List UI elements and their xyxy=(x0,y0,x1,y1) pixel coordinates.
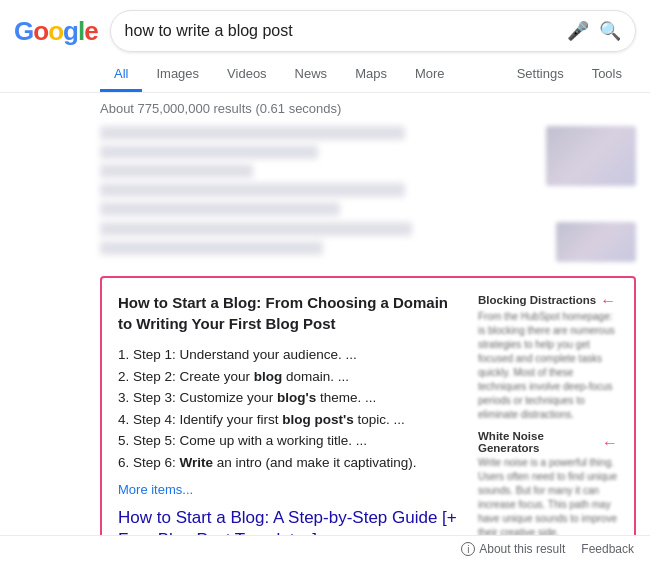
blurred-results-area xyxy=(0,120,650,268)
blur-row-1 xyxy=(100,126,636,216)
sidebar-text-1: From the HubSpot homepage: is blocking t… xyxy=(478,310,618,422)
microphone-icon[interactable]: 🎤 xyxy=(567,20,589,42)
nav-item-images[interactable]: Images xyxy=(142,58,213,92)
blur-col-2 xyxy=(100,222,546,262)
blur-line-4 xyxy=(100,183,405,197)
sidebar-title-2: White Noise Generators xyxy=(478,430,598,454)
results-count: About 775,000,000 results (0.61 seconds) xyxy=(0,93,650,120)
list-item: 4. Step 4: Identify your first blog post… xyxy=(118,409,462,431)
more-items-link[interactable]: More items... xyxy=(118,482,462,497)
info-icon: i xyxy=(461,542,475,556)
red-arrow-1: ← xyxy=(600,292,616,310)
nav-item-settings[interactable]: Settings xyxy=(503,58,578,92)
sidebar-section-1: Blocking Distractions ← From the HubSpot… xyxy=(478,292,618,422)
blur-line-1 xyxy=(100,126,405,140)
search-button[interactable]: 🔍 xyxy=(599,20,621,42)
blur-col-1 xyxy=(100,126,536,216)
blur-image-2 xyxy=(556,222,636,262)
blur-line-7 xyxy=(100,241,323,255)
nav-item-maps[interactable]: Maps xyxy=(341,58,401,92)
logo-letter-o2: o xyxy=(48,16,63,46)
list-item: 6. Step 6: Write an intro (and make it c… xyxy=(118,452,462,474)
nav-item-more[interactable]: More xyxy=(401,58,459,92)
red-arrow-2: ← xyxy=(602,434,618,452)
blur-line-5 xyxy=(100,202,340,216)
blur-line-2 xyxy=(100,145,318,159)
about-result[interactable]: i About this result xyxy=(461,542,565,556)
logo-letter-g2: g xyxy=(63,16,78,46)
sidebar-section-2: White Noise Generators ← Write noise is … xyxy=(478,430,618,540)
sidebar-title-1: Blocking Distractions xyxy=(478,294,596,306)
featured-snippet-card: How to Start a Blog: From Choosing a Dom… xyxy=(100,276,636,562)
logo-letter-e: e xyxy=(84,16,97,46)
search-bar: 🎤 🔍 xyxy=(110,10,636,52)
search-input[interactable] xyxy=(125,22,567,40)
header: Google 🎤 🔍 xyxy=(0,0,650,58)
list-item: 5. Step 5: Come up with a working title.… xyxy=(118,430,462,452)
list-item: 3. Step 3: Customize your blog's theme. … xyxy=(118,387,462,409)
feedback-link[interactable]: Feedback xyxy=(581,542,634,556)
nav-item-news[interactable]: News xyxy=(281,58,342,92)
featured-content: How to Start a Blog: From Choosing a Dom… xyxy=(118,292,462,562)
blur-line-6 xyxy=(100,222,412,236)
logo-letter-g: G xyxy=(14,16,33,46)
google-logo: Google xyxy=(14,16,98,47)
nav-item-all[interactable]: All xyxy=(100,58,142,92)
blur-row-2 xyxy=(100,222,636,262)
navigation: All Images Videos News Maps More Setting… xyxy=(0,58,650,93)
featured-title: How to Start a Blog: From Choosing a Dom… xyxy=(118,292,462,334)
blur-line-3 xyxy=(100,164,253,178)
logo-letter-o1: o xyxy=(33,16,48,46)
list-item: 2. Step 2: Create your blog domain. ... xyxy=(118,366,462,388)
nav-item-videos[interactable]: Videos xyxy=(213,58,281,92)
nav-item-tools[interactable]: Tools xyxy=(578,58,636,92)
about-result-label: About this result xyxy=(479,542,565,556)
bottom-bar: i About this result Feedback xyxy=(0,535,650,562)
search-icons: 🎤 🔍 xyxy=(567,20,621,42)
featured-sidebar: Blocking Distractions ← From the HubSpot… xyxy=(478,292,618,562)
sidebar-text-2: Write noise is a powerful thing. Users o… xyxy=(478,456,618,540)
blur-image-1 xyxy=(546,126,636,186)
featured-steps-list: 1. Step 1: Understand your audience. ...… xyxy=(118,344,462,474)
list-item: 1. Step 1: Understand your audience. ... xyxy=(118,344,462,366)
nav-right: Settings Tools xyxy=(503,58,636,92)
